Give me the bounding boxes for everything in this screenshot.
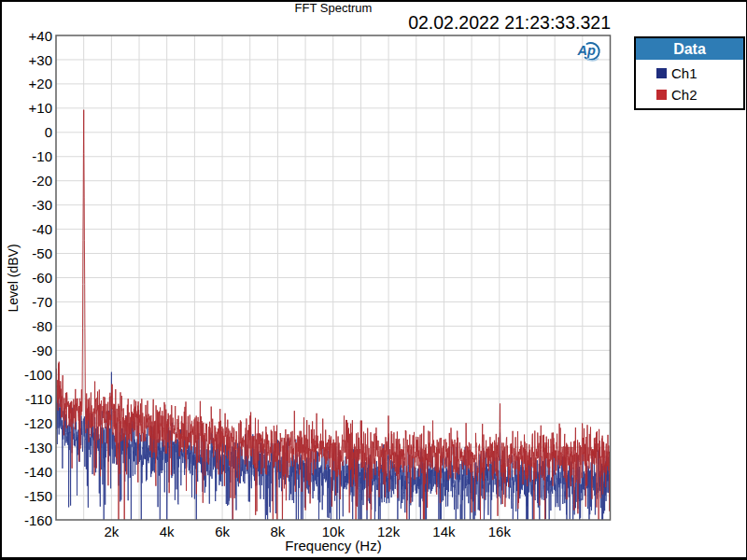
svg-text:Ap: Ap — [577, 43, 596, 58]
